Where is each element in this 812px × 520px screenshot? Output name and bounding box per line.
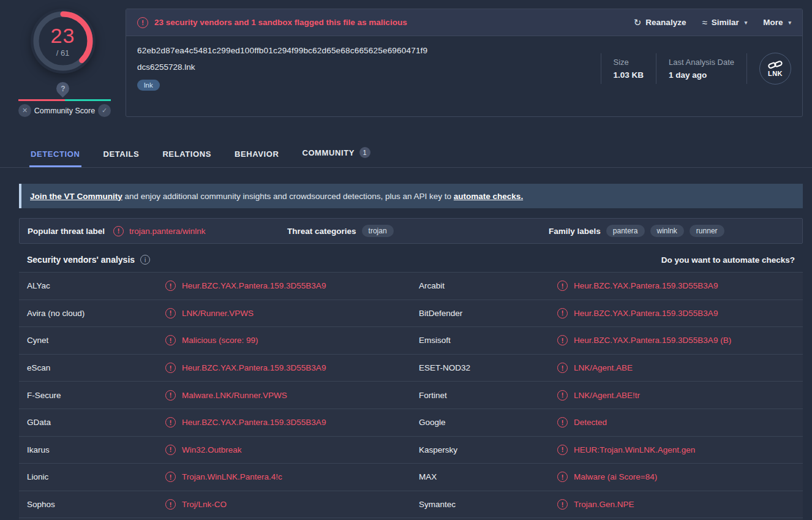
detection-text: Win32.Outbreak xyxy=(182,445,242,454)
vendor-name: GData xyxy=(27,418,165,427)
tab-community[interactable]: COMMUNITY 1 xyxy=(302,147,370,167)
table-row: Ikarus!Win32.OutbreakKaspersky!HEUR:Troj… xyxy=(19,437,803,464)
tab-relations[interactable]: RELATIONS xyxy=(162,149,211,167)
detection-text: Detected xyxy=(574,418,607,427)
alert-icon: ! xyxy=(557,472,568,482)
tab-detection[interactable]: DETECTION xyxy=(31,149,80,167)
threat-category-pill[interactable]: trojan xyxy=(362,225,394,237)
file-hash[interactable]: 62eb2d87ea4c5481c299ed100ffb01c294f99bc6… xyxy=(137,46,601,55)
family-label-pill[interactable]: pantera xyxy=(606,225,645,237)
popular-threat-value: trojan.pantera/winlnk xyxy=(129,227,206,236)
vote-malicious-icon[interactable]: ✕ xyxy=(18,104,31,117)
table-row: Avira (no cloud)!LNK/Runner.VPWSBitDefen… xyxy=(19,300,803,328)
detection-text: HEUR:Trojan.WinLNK.Agent.gen xyxy=(574,445,695,454)
chevron-down-icon: ▾ xyxy=(788,20,791,26)
vendor-cell: Fortinet!LNK/Agent.ABE!tr xyxy=(411,382,803,409)
vendor-name: Sophos xyxy=(27,500,165,509)
score-column: 23 / 61 ? ✕ Community Score ✓ xyxy=(0,9,126,117)
alert-icon: ! xyxy=(165,417,176,428)
alert-icon: ! xyxy=(165,308,176,318)
similar-button[interactable]: ≈ Similar ▾ xyxy=(702,17,747,28)
reanalyze-button[interactable]: ↻ Reanalyze xyxy=(634,17,686,28)
community-count-badge: 1 xyxy=(359,147,370,158)
alert-icon: ! xyxy=(557,363,568,373)
family-label-pill[interactable]: runner xyxy=(690,225,724,237)
table-row: Lionic!Trojan.WinLNK.Pantera.4!cMAX!Malw… xyxy=(19,464,803,491)
alert-icon: ! xyxy=(165,499,176,510)
automate-checks-prompt[interactable]: Do you want to automate checks? xyxy=(661,255,795,265)
alert-icon: ! xyxy=(137,17,148,28)
last-analysis-label: Last Analysis Date xyxy=(669,58,734,67)
detection-result: !Malware.LNK/Runner.VPWS xyxy=(165,390,287,401)
vendor-cell: Sophos!Troj/Lnk-CO xyxy=(19,491,411,518)
detection-result: !HEUR:Trojan.WinLNK.Agent.gen xyxy=(557,445,695,455)
vendor-name: eScan xyxy=(27,363,165,372)
family-label-pill[interactable]: winlnk xyxy=(650,225,684,237)
threat-label-card: Popular threat label ! trojan.pantera/wi… xyxy=(19,218,803,244)
table-row: Sophos!Troj/Lnk-COSymantec!Trojan.Gen.NP… xyxy=(19,491,803,519)
alert-icon: ! xyxy=(113,226,124,236)
file-card: ! 23 security vendors and 1 sandbox flag… xyxy=(126,9,803,117)
detection-alert-strip: ! 23 security vendors and 1 sandbox flag… xyxy=(126,9,802,36)
detection-result: !LNK/Agent.ABE xyxy=(557,363,633,373)
tab-behavior[interactable]: BEHAVIOR xyxy=(235,149,279,167)
family-labels-label: Family labels xyxy=(549,227,601,236)
vote-harmless-icon[interactable]: ✓ xyxy=(98,104,111,117)
detection-text: Heur.BZC.YAX.Pantera.159.3D55B3A9 xyxy=(182,281,326,290)
detection-result: !Trojan.Gen.NPE xyxy=(557,499,634,510)
file-meta: Size 1.03 KB Last Analysis Date 1 day ag… xyxy=(601,53,791,85)
detection-text: Heur.BZC.YAX.Pantera.159.3D55B3A9 xyxy=(574,281,718,290)
alert-icon: ! xyxy=(165,445,176,455)
alert-icon: ! xyxy=(165,363,176,373)
info-icon[interactable]: i xyxy=(140,255,150,265)
negative-votes-bar xyxy=(18,99,65,101)
detections-total: / 61 xyxy=(56,48,70,58)
more-button[interactable]: More ▾ xyxy=(763,18,791,27)
vendor-name: Emsisoft xyxy=(419,336,557,345)
vendor-name: BitDefender xyxy=(419,309,557,318)
last-analysis-value: 1 day ago xyxy=(669,70,734,80)
banner-text: and enjoy additional community insights … xyxy=(122,192,454,201)
vendor-cell: Arcabit!Heur.BZC.YAX.Pantera.159.3D55B3A… xyxy=(411,273,803,300)
detection-text: LNK/Runner.VPWS xyxy=(182,309,254,318)
detection-text: Heur.BZC.YAX.Pantera.159.3D55B3A9 (B) xyxy=(574,336,731,345)
detection-result: !Malicious (score: 99) xyxy=(165,335,258,345)
detection-text: Troj/Lnk-CO xyxy=(182,500,227,509)
question-pin-icon: ? xyxy=(54,80,72,98)
detection-text: Heur.BZC.YAX.Pantera.159.3D55B3A9 xyxy=(182,418,326,427)
vendor-cell: Symantec!Trojan.Gen.NPE xyxy=(411,491,803,518)
chain-link-icon xyxy=(768,60,783,69)
table-row: GData!Heur.BZC.YAX.Pantera.159.3D55B3A9G… xyxy=(19,409,803,437)
vendor-cell: MAX!Malware (ai Score=84) xyxy=(411,464,803,491)
automate-checks-link[interactable]: automate checks. xyxy=(454,192,523,201)
detection-result: !LNK/Agent.ABE!tr xyxy=(557,390,640,401)
vendor-cell: BitDefender!Heur.BZC.YAX.Pantera.159.3D5… xyxy=(411,300,803,327)
threat-categories-label: Threat categories xyxy=(287,227,356,236)
similar-icon: ≈ xyxy=(702,17,707,28)
vendor-name: Ikarus xyxy=(27,445,165,454)
vendor-cell: Ikarus!Win32.Outbreak xyxy=(19,437,411,464)
positive-votes-bar xyxy=(65,99,111,101)
file-header-section: 23 / 61 ? ✕ Community Score ✓ ! 23 secur… xyxy=(0,0,812,117)
vendor-name: Fortinet xyxy=(419,391,557,400)
detection-result: !Heur.BZC.YAX.Pantera.159.3D55B3A9 xyxy=(165,363,326,373)
detection-result: !Detected xyxy=(557,417,607,428)
alert-icon: ! xyxy=(165,472,176,482)
vendor-cell: Cynet!Malicious (score: 99) xyxy=(19,327,411,354)
vendor-name: Kaspersky xyxy=(419,445,557,454)
table-row: ALYac!Heur.BZC.YAX.Pantera.159.3D55B3A9A… xyxy=(19,273,803,300)
detection-result: !Heur.BZC.YAX.Pantera.159.3D55B3A9 xyxy=(557,308,718,318)
file-type-badge: LNK xyxy=(759,53,791,85)
community-score-label: Community Score xyxy=(34,107,95,115)
file-tag-lnk[interactable]: lnk xyxy=(137,80,160,91)
detection-result: !Win32.Outbreak xyxy=(165,445,242,455)
chevron-down-icon: ▾ xyxy=(745,20,748,26)
file-type-text: LNK xyxy=(768,70,783,77)
vendor-name: Symantec xyxy=(419,500,557,509)
join-vt-community-link[interactable]: Join the VT Community xyxy=(30,192,122,201)
alert-icon: ! xyxy=(557,281,568,291)
vendor-name: MAX xyxy=(419,472,557,481)
vendor-cell: F-Secure!Malware.LNK/Runner.VPWS xyxy=(19,382,411,409)
tab-details[interactable]: DETAILS xyxy=(103,149,140,167)
vendor-name: Cynet xyxy=(27,336,165,345)
